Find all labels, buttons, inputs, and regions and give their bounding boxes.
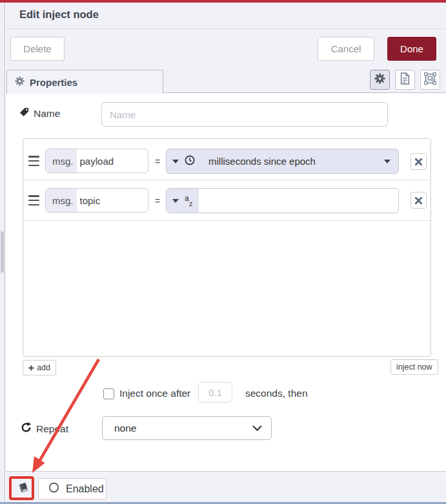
- repeat-select[interactable]: none: [102, 416, 272, 440]
- tag-icon: [19, 107, 29, 120]
- chevron-down-icon[interactable]: [384, 160, 390, 163]
- inject-once-label: Inject once after: [119, 388, 190, 399]
- msg-prefix: msg.: [46, 189, 77, 212]
- drag-handle[interactable]: [28, 156, 39, 166]
- property-name: payload: [77, 149, 114, 173]
- typed-input-payload[interactable]: milliseconds since epoch: [166, 149, 399, 174]
- repeat-refresh-icon: [21, 422, 32, 436]
- equals-sign: =: [155, 196, 160, 206]
- top-accent-bar: [0, 0, 446, 3]
- msg-prefix: msg.: [46, 149, 77, 173]
- chevron-down-icon: [252, 425, 262, 431]
- description-tab-button[interactable]: [395, 70, 415, 90]
- enabled-label: Enabled: [66, 483, 104, 495]
- dialog-title: Edit inject node: [19, 8, 99, 21]
- type-select-button[interactable]: a z: [167, 189, 199, 213]
- x-icon: [415, 197, 422, 204]
- plus-icon: [28, 365, 34, 371]
- done-button[interactable]: Done: [387, 37, 436, 61]
- name-label-text: Name: [34, 108, 60, 120]
- edit-inject-node-dialog: Edit inject node Delete Cancel Done Prop…: [0, 0, 446, 504]
- remove-row-button[interactable]: [411, 192, 427, 209]
- gear-icon: [374, 73, 385, 87]
- repeat-selected-option: none: [114, 423, 252, 434]
- document-icon: [400, 72, 411, 87]
- page-scrollbar-track[interactable]: [0, 0, 5, 504]
- name-field-label: Name: [19, 107, 60, 120]
- done-button-label: Done: [400, 43, 423, 54]
- inject-once-suffix: seconds, then: [245, 388, 308, 399]
- timestamp-clock-icon: [185, 155, 195, 168]
- inject-once-seconds-input[interactable]: [198, 382, 232, 403]
- cancel-button[interactable]: Cancel: [318, 37, 374, 61]
- repeat-label-text: Repeat: [36, 423, 68, 435]
- delete-button[interactable]: Delete: [10, 37, 65, 61]
- row-separator: [23, 180, 431, 180]
- repeat-label: Repeat: [21, 422, 68, 436]
- tab-properties-label: Properties: [30, 77, 77, 88]
- property-name: topic: [77, 189, 101, 212]
- inject-now-button[interactable]: inject now: [390, 359, 438, 375]
- appearance-tab-button[interactable]: [420, 70, 440, 90]
- header-divider: [6, 28, 446, 29]
- appearance-icon: [424, 72, 436, 87]
- delete-button-label: Delete: [23, 43, 51, 54]
- add-property-button[interactable]: add: [23, 360, 56, 375]
- x-icon: [415, 158, 422, 165]
- inject-now-label: inject now: [396, 362, 432, 372]
- chevron-down-icon: [172, 199, 179, 203]
- gear-icon: [15, 76, 25, 89]
- status-circle-icon: [48, 482, 59, 496]
- property-input-payload[interactable]: msg. payload: [45, 149, 148, 173]
- scrollbar-thumb[interactable]: [1, 231, 4, 273]
- typed-input-value: milliseconds since epoch: [208, 156, 384, 167]
- properties-tab-button[interactable]: [370, 70, 390, 90]
- type-select-button[interactable]: [167, 149, 201, 173]
- property-input-topic[interactable]: msg. topic: [45, 188, 148, 213]
- add-button-label: add: [37, 363, 50, 372]
- name-input[interactable]: [101, 102, 388, 127]
- tab-properties[interactable]: Properties: [6, 70, 163, 94]
- cancel-button-label: Cancel: [331, 43, 361, 54]
- annotation-highlight-rect: [9, 476, 34, 500]
- row-separator: [23, 220, 431, 221]
- inject-once-checkbox[interactable]: [103, 388, 114, 399]
- chevron-down-icon: [172, 160, 179, 163]
- tabbar-line: [163, 92, 446, 93]
- remove-row-button[interactable]: [411, 153, 427, 170]
- drag-handle[interactable]: [28, 195, 39, 205]
- equals-sign: =: [155, 156, 160, 167]
- enabled-toggle-button[interactable]: Enabled: [38, 478, 106, 499]
- typed-input-topic[interactable]: a z: [166, 188, 399, 213]
